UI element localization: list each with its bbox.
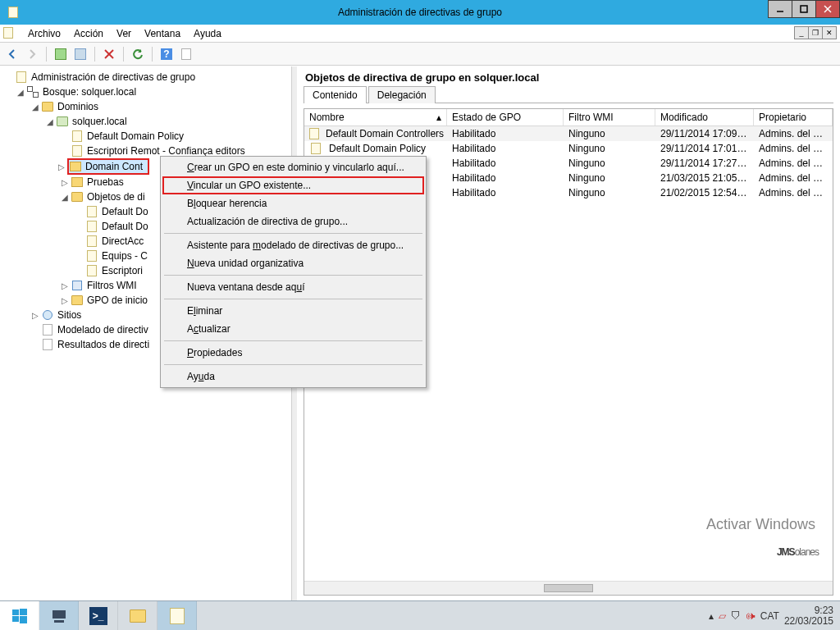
new-button[interactable] bbox=[52, 45, 70, 63]
ctx-block-inheritance[interactable]: Bloquear herencia bbox=[162, 194, 424, 212]
col-owner[interactable]: Propietario bbox=[754, 109, 833, 126]
expand-icon[interactable]: ▷ bbox=[30, 311, 41, 320]
start-button[interactable] bbox=[0, 601, 39, 630]
ctx-link-gpo[interactable]: Vincular un GPO existente... bbox=[162, 176, 424, 194]
tree-ddp[interactable]: Default Domain Policy bbox=[87, 130, 184, 142]
expand-icon[interactable]: ◢ bbox=[59, 193, 71, 202]
ctx-new-window[interactable]: Nueva ventana desde aquí bbox=[162, 278, 424, 296]
expand-icon[interactable]: ▷ bbox=[59, 178, 71, 187]
policy-icon bbox=[85, 205, 98, 218]
sites-icon bbox=[41, 308, 54, 322]
policy-icon bbox=[309, 127, 319, 140]
tree-domain-controllers[interactable]: Domain Cont bbox=[67, 158, 149, 175]
tray-lang[interactable]: CAT bbox=[760, 610, 779, 622]
col-wmi[interactable]: Filtro WMI bbox=[564, 109, 655, 126]
mdi-minimize-button[interactable]: _ bbox=[794, 26, 809, 39]
toolbar: ? bbox=[0, 43, 840, 66]
tree-domains[interactable]: Dominios bbox=[57, 101, 98, 112]
tree-wmi[interactable]: Filtros WMI bbox=[87, 280, 137, 291]
list-button[interactable] bbox=[71, 45, 89, 63]
ctx-new-ou[interactable]: Nueva unidad organizativa bbox=[162, 254, 424, 272]
expand-icon[interactable]: ◢ bbox=[30, 103, 41, 112]
policy-icon bbox=[71, 144, 84, 158]
taskbar-explorer[interactable] bbox=[118, 601, 158, 630]
taskbar-powershell[interactable]: >_ bbox=[79, 601, 118, 630]
tab-delegacion[interactable]: Delegación bbox=[368, 86, 436, 103]
menu-accion[interactable]: Acción bbox=[67, 25, 110, 42]
mmc-icon bbox=[3, 27, 16, 40]
refresh-button[interactable] bbox=[129, 45, 147, 63]
menu-ayuda[interactable]: Ayuda bbox=[187, 25, 228, 42]
tree-defaultdo2[interactable]: Default Do bbox=[102, 221, 148, 232]
ctx-refresh[interactable]: Actualizar bbox=[162, 320, 424, 338]
tree-root[interactable]: Administración de directivas de grupo bbox=[31, 71, 195, 83]
svg-rect-6 bbox=[12, 609, 19, 615]
ctx-separator bbox=[164, 364, 422, 365]
folder-icon bbox=[71, 190, 84, 203]
svg-rect-10 bbox=[52, 610, 66, 619]
horizontal-scrollbar[interactable] bbox=[304, 581, 833, 595]
menu-archivo[interactable]: Archivo bbox=[21, 25, 67, 42]
ctx-modeling-wizard[interactable]: Asistente para modelado de directivas de… bbox=[162, 236, 424, 254]
ctx-separator bbox=[164, 233, 422, 234]
ctx-update-gp[interactable]: Actualización de directiva de grupo... bbox=[162, 212, 424, 231]
ctx-properties[interactable]: Propiedades bbox=[162, 344, 424, 362]
delete-button[interactable] bbox=[100, 45, 118, 63]
ctx-separator bbox=[164, 299, 422, 299]
tree-forest[interactable]: Bosque: solquer.local bbox=[43, 86, 136, 98]
expand-icon[interactable]: ▷ bbox=[56, 162, 67, 171]
tree-escriptori2[interactable]: Escriptori bbox=[102, 265, 143, 276]
taskbar-gpmc[interactable] bbox=[158, 601, 197, 630]
ctx-create-gpo[interactable]: Crear un GPO en este dominio y vincularl… bbox=[162, 158, 424, 176]
properties-button[interactable] bbox=[177, 45, 195, 63]
tree-sites[interactable]: Sitios bbox=[57, 309, 81, 321]
menu-ver[interactable]: Ver bbox=[110, 25, 138, 42]
col-name[interactable]: Nombre▴ bbox=[304, 109, 447, 126]
mdi-restore-button[interactable]: ❐ bbox=[808, 26, 823, 39]
system-tray[interactable]: ▴ ▱ ⛉ 🕪 CAT 9:23 22/03/2015 bbox=[709, 601, 840, 630]
help-button[interactable]: ? bbox=[158, 45, 176, 63]
context-menu: Crear un GPO en este dominio y vincularl… bbox=[160, 156, 427, 388]
tree-domain[interactable]: solquer.local bbox=[72, 116, 127, 127]
ctx-help[interactable]: Ayuda bbox=[162, 368, 424, 386]
tree-startergpo[interactable]: GPO de inicio bbox=[87, 294, 148, 306]
tray-network-icon[interactable]: ⛉ bbox=[731, 610, 741, 622]
tab-contenido[interactable]: Contenido bbox=[304, 86, 367, 103]
forward-button[interactable] bbox=[23, 45, 41, 63]
expand-icon[interactable]: ◢ bbox=[15, 88, 26, 97]
report-icon bbox=[41, 323, 54, 336]
tray-clock[interactable]: 9:23 22/03/2015 bbox=[784, 605, 833, 627]
back-button[interactable] bbox=[3, 45, 21, 63]
taskbar-servermanager[interactable] bbox=[39, 601, 79, 630]
tree-gpoobjects[interactable]: Objetos de di bbox=[87, 191, 145, 203]
policy-icon bbox=[85, 220, 98, 233]
expand-icon[interactable]: ◢ bbox=[44, 117, 56, 126]
tree-escriptori[interactable]: Escriptori Remot - Confiança editors bbox=[87, 145, 245, 157]
col-state[interactable]: Estado de GPO bbox=[447, 109, 564, 126]
minimize-button[interactable] bbox=[768, 0, 792, 18]
tree-results[interactable]: Resultados de directi bbox=[57, 339, 149, 350]
tree-directacc[interactable]: DirectAcc bbox=[102, 235, 144, 247]
watermark-logo: JMSolanes bbox=[777, 528, 819, 563]
tree-equips[interactable]: Equips - C bbox=[102, 250, 148, 262]
tree-defaultdo[interactable]: Default Do bbox=[102, 206, 148, 217]
ou-icon bbox=[71, 176, 84, 189]
close-button[interactable] bbox=[815, 0, 840, 18]
sort-asc-icon: ▴ bbox=[436, 112, 441, 123]
tray-volume-icon[interactable]: 🕪 bbox=[746, 610, 756, 622]
col-mod[interactable]: Modificado bbox=[655, 109, 754, 126]
listview-header[interactable]: Nombre▴ Estado de GPO Filtro WMI Modific… bbox=[304, 109, 833, 126]
tray-up-icon[interactable]: ▴ bbox=[709, 610, 714, 622]
policy-icon bbox=[85, 264, 98, 277]
mdi-close-button[interactable]: ✕ bbox=[822, 26, 837, 39]
expand-icon[interactable]: ▷ bbox=[59, 281, 71, 290]
ctx-delete[interactable]: Eliminar bbox=[162, 302, 424, 320]
tree-pruebas[interactable]: Pruebas bbox=[87, 176, 124, 188]
maximize-button[interactable] bbox=[792, 0, 816, 18]
menu-ventana[interactable]: Ventana bbox=[138, 25, 187, 42]
tree-modeling[interactable]: Modelado de directiv bbox=[57, 324, 148, 336]
tray-flag-icon[interactable]: ▱ bbox=[719, 610, 726, 622]
wmi-icon bbox=[71, 279, 84, 292]
ctx-separator bbox=[164, 275, 422, 276]
expand-icon[interactable]: ▷ bbox=[59, 296, 71, 305]
